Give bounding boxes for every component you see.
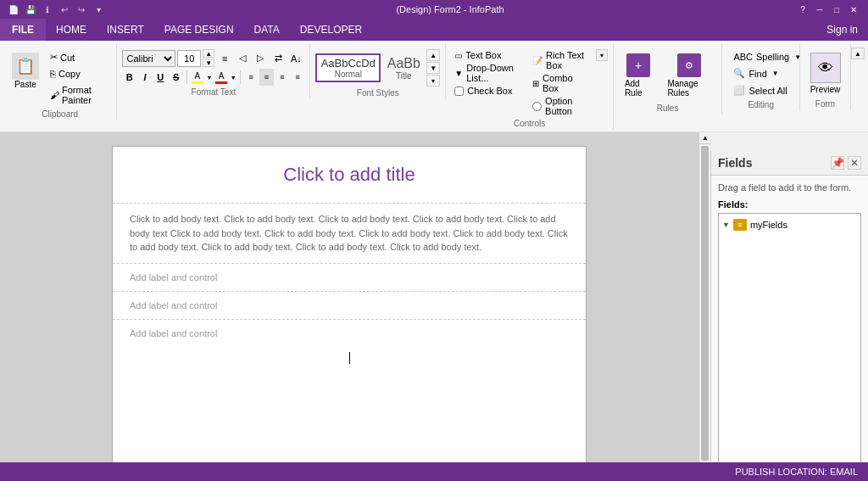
home-menu[interactable]: HOME (46, 19, 97, 41)
underline-button[interactable]: U (153, 69, 167, 86)
scroll-up-button[interactable]: ▲ (699, 132, 711, 144)
copy-icon: ⎘ (50, 69, 56, 79)
preview-button[interactable]: 👁 Preview (804, 49, 848, 98)
vertical-scrollbar[interactable]: ▲ ▼ (698, 132, 710, 474)
text-box-control[interactable]: ▭ Text Box (451, 49, 526, 61)
add-rule-button[interactable]: + Add Rule (619, 49, 659, 102)
combo-box-control[interactable]: ⊞ Combo Box (529, 72, 593, 94)
justify-button[interactable]: ≡ (291, 69, 304, 86)
font-size-input[interactable] (177, 50, 201, 67)
form-control-row-2[interactable]: Add label and control (113, 292, 586, 320)
dropdown-list-control[interactable]: ▼ Drop-Down List... (451, 62, 526, 84)
rich-text-box-control[interactable]: 📝 Rich Text Box (529, 49, 593, 71)
title-style-button[interactable]: AaBb Title (382, 54, 425, 82)
bold-button[interactable]: B (122, 69, 136, 86)
form-control-row-3[interactable]: Add label and control (113, 320, 586, 347)
form-control-row-1[interactable]: Add label and control (113, 264, 586, 292)
manage-rules-label: Manage Rules (667, 79, 710, 98)
option-button-control[interactable]: Option Button (529, 95, 593, 117)
insert-menu[interactable]: INSERT (97, 19, 154, 41)
window-title: (Design) Form2 - InfoPath (105, 4, 795, 14)
page-design-menu[interactable]: PAGE DESIGN (154, 19, 244, 41)
highlight-dropdown[interactable]: ▼ (206, 69, 213, 86)
clipboard-small-buttons: ✂Cut ⎘Copy 🖌Format Painter (46, 49, 111, 108)
rules-group: + Add Rule ⚙ Manage Rules Rules (614, 44, 723, 115)
align-right-button[interactable]: ≡ (275, 69, 289, 86)
minimize-button[interactable]: ─ (812, 2, 827, 17)
radio-icon (532, 102, 542, 111)
fields-pin-button[interactable]: 📌 (831, 156, 844, 170)
controls-more-button[interactable]: ▾ (596, 49, 608, 61)
form-group: 👁 Preview Form (800, 44, 851, 110)
format-painter-button[interactable]: 🖌Format Painter (46, 82, 111, 108)
font-size-up-button[interactable]: ▲ (203, 49, 214, 58)
controls-group: ▭ Text Box ▼ Drop-Down List... Check Box… (446, 44, 614, 130)
controls-arrows: ▾ (596, 49, 608, 61)
data-menu[interactable]: DATA (244, 19, 290, 41)
close-button[interactable]: ✕ (846, 2, 861, 17)
form-title-area[interactable]: Click to add title (113, 147, 586, 204)
fields-tree[interactable]: ▼ ≡ myFields (718, 213, 861, 481)
ltr-button[interactable]: ⇄ (270, 50, 287, 67)
indent-right-button[interactable]: ▷ (252, 50, 269, 67)
list-button[interactable]: ≡ (216, 50, 233, 67)
help-button[interactable]: ? (795, 2, 810, 17)
copy-button[interactable]: ⎘Copy (46, 66, 111, 81)
ribbon-collapse-button[interactable]: ▲ (851, 48, 865, 59)
preview-label: Preview (810, 85, 841, 94)
highlight-color-button[interactable]: A (191, 69, 204, 86)
clipboard-group: 📋 Paste ✂Cut ⎘Copy 🖌Format Painter Clipb… (3, 44, 117, 120)
v-scroll-thumb[interactable] (701, 146, 709, 461)
redo-icon[interactable]: ↪ (75, 3, 88, 16)
font-select[interactable]: Calibri (122, 50, 175, 67)
form-body-area[interactable]: Click to add body text. Click to add bod… (113, 204, 586, 264)
normal-style-text: AaBbCcDd (321, 57, 376, 70)
sign-in-link[interactable]: Sign in (826, 24, 868, 36)
italic-button[interactable]: I (138, 69, 152, 86)
form-canvas[interactable]: Click to add title Click to add body tex… (112, 146, 587, 462)
font-color-button[interactable]: A (214, 69, 228, 86)
font-color-dropdown[interactable]: ▼ (230, 69, 236, 86)
style-down-button[interactable]: ▼ (426, 62, 440, 74)
form-body-placeholder[interactable]: Click to add body text. Click to add bod… (130, 212, 569, 254)
fields-panel-header-buttons: 📌 ✕ (831, 156, 861, 170)
manage-rules-button[interactable]: ⚙ Manage Rules (661, 49, 716, 102)
more-icon[interactable]: ▾ (92, 3, 105, 16)
normal-style-button[interactable]: AaBbCcDd Normal (315, 53, 381, 82)
style-expand-button[interactable]: ▾ (426, 75, 440, 87)
cut-button[interactable]: ✂Cut (46, 49, 111, 65)
strikethrough-button[interactable]: S (169, 69, 182, 86)
title-style-label: Title (396, 71, 412, 81)
fields-tree-node[interactable]: ▼ ≡ myFields (722, 217, 857, 232)
title-style-text: AaBb (387, 56, 420, 71)
format-text-group: Calibri ▲ ▼ ≡ ◁ ▷ ⇄ A↓ (117, 44, 310, 98)
align-center-button[interactable]: ≡ (259, 69, 273, 86)
indent-left-button[interactable]: ◁ (234, 50, 251, 67)
find-dropdown[interactable]: ▼ (772, 70, 779, 77)
status-bar: PUBLISH LOCATION: EMAIL (0, 462, 868, 481)
form-title-placeholder[interactable]: Click to add title (130, 164, 569, 186)
find-button[interactable]: 🔍 Find ▼ (727, 65, 794, 81)
menu-bar: FILE HOME INSERT PAGE DESIGN DATA DEVELO… (0, 19, 868, 41)
select-all-button[interactable]: ⬜ Select All (727, 82, 794, 98)
title-bar: 📄 💾 ℹ ↩ ↪ ▾ (Design) Form2 - InfoPath ? … (0, 0, 868, 19)
spelling-button[interactable]: ABC Spelling ▼ (727, 49, 794, 64)
developer-menu[interactable]: DEVELOPER (290, 19, 372, 41)
info-icon[interactable]: ℹ (41, 3, 54, 16)
form-group-label: Form (805, 98, 845, 110)
save-icon[interactable]: 💾 (24, 3, 37, 16)
tree-expand-icon[interactable]: ▼ (722, 221, 730, 229)
maximize-button[interactable]: □ (829, 2, 844, 17)
file-menu[interactable]: FILE (0, 19, 46, 41)
undo-icon[interactable]: ↩ (58, 3, 71, 16)
style-up-button[interactable]: ▲ (426, 49, 440, 61)
paste-button[interactable]: 📋 Paste (8, 49, 42, 92)
align-left-button[interactable]: ≡ (244, 69, 258, 86)
select-all-icon: ⬜ (733, 85, 745, 96)
check-box-control[interactable]: Check Box (451, 85, 526, 97)
clear-format-button[interactable]: A↓ (287, 50, 304, 67)
font-color-icon: A (219, 71, 225, 81)
normal-style-label: Normal (335, 70, 362, 79)
font-size-down-button[interactable]: ▼ (203, 59, 214, 67)
fields-close-button[interactable]: ✕ (848, 156, 861, 170)
